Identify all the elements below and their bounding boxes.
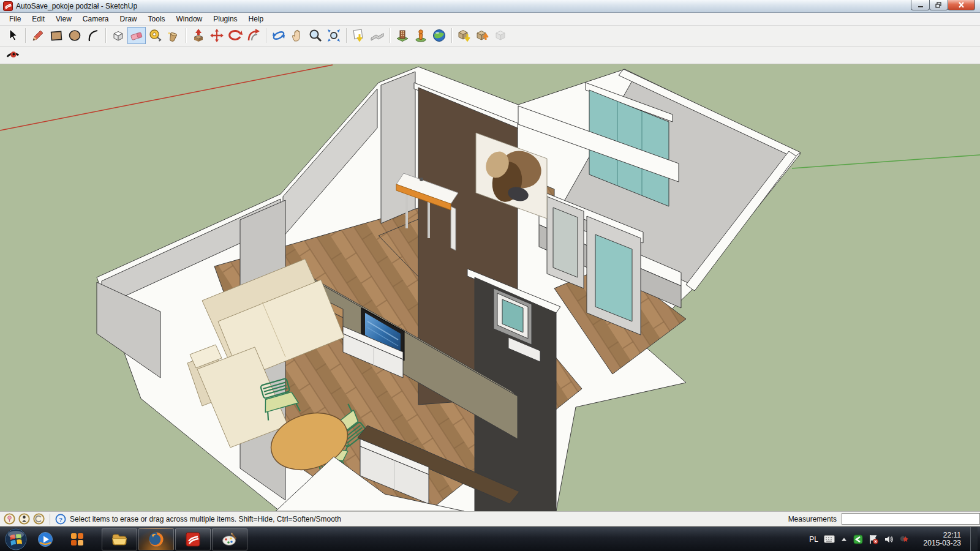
show-desktop-button[interactable] <box>970 527 978 551</box>
taskbar-office-button[interactable] <box>61 528 93 551</box>
keyboard-icon[interactable] <box>824 535 835 543</box>
clock[interactable]: 22:11 2015-03-23 <box>917 531 961 547</box>
toggle-terrain-icon <box>370 28 385 43</box>
status-bar: ? Select items to erase or drag across m… <box>0 511 980 527</box>
tool-rotate-button[interactable] <box>226 27 244 44</box>
menu-camera[interactable]: Camera <box>77 13 115 24</box>
tray-green-app-icon[interactable] <box>853 534 863 544</box>
tool-move-button[interactable] <box>208 27 226 44</box>
toolbar-separator <box>346 28 347 43</box>
get-models-icon <box>457 28 472 43</box>
folder-icon <box>111 531 128 548</box>
tool-photo-textures-button[interactable] <box>393 27 412 44</box>
measurements-input[interactable] <box>842 513 980 525</box>
google-earth-icon <box>432 28 447 43</box>
tool-share-component-button[interactable] <box>492 27 510 44</box>
plugin-toolbar <box>0 47 980 64</box>
sketchup-logo-icon <box>3 1 13 11</box>
toolbar-separator <box>105 28 106 43</box>
credits-status-icon[interactable] <box>33 513 45 525</box>
taskbar: PL 22:11 2015-03-23 <box>0 527 980 551</box>
tool-toggle-terrain-button[interactable] <box>368 27 386 44</box>
geolocation-status-icon[interactable] <box>4 513 15 525</box>
menu-bar: File Edit View Camera Draw Tools Window … <box>0 13 980 25</box>
tool-offset-button[interactable] <box>244 27 263 44</box>
taskbar-firefox-button[interactable] <box>138 528 174 550</box>
tool-push-pull-button[interactable] <box>189 27 208 44</box>
clock-date: 2015-03-23 <box>917 539 961 547</box>
taskbar-wmp-button[interactable] <box>29 528 61 551</box>
sketchup-taskbar-icon <box>184 531 202 548</box>
menu-help[interactable]: Help <box>243 13 270 24</box>
status-hint: Select items to erase or drag across mul… <box>70 515 341 523</box>
tool-orbit-button[interactable] <box>270 27 288 44</box>
menu-draw[interactable]: Draw <box>115 13 143 24</box>
taskbar-paint-button[interactable] <box>212 528 247 550</box>
tool-add-new-building-button[interactable] <box>412 27 430 44</box>
tool-make-component-button[interactable] <box>109 27 127 44</box>
tool-zoom-extents-button[interactable] <box>325 27 343 44</box>
tool-arc-button[interactable] <box>84 27 102 44</box>
tool-line-button[interactable] <box>29 27 47 44</box>
pan-hand-icon <box>290 28 304 43</box>
tool-rectangle-button[interactable] <box>47 27 66 44</box>
taskbar-explorer-button[interactable] <box>102 528 137 550</box>
tray-app-red-icon[interactable] <box>899 534 909 544</box>
select-icon <box>6 28 20 43</box>
restore-button[interactable] <box>929 0 948 10</box>
tool-paint-bucket-button[interactable] <box>164 27 183 44</box>
menu-edit[interactable]: Edit <box>26 13 50 24</box>
share-component-icon <box>494 28 508 43</box>
windows-media-player-icon <box>37 531 54 548</box>
menu-view[interactable]: View <box>50 13 77 24</box>
tool-tape-measure-button[interactable] <box>146 27 164 44</box>
share-model-icon <box>475 28 490 43</box>
menu-window[interactable]: Window <box>171 13 208 24</box>
make-component-icon <box>111 28 126 43</box>
help-icon[interactable]: ? <box>55 514 66 525</box>
minimize-button[interactable] <box>911 0 930 10</box>
back-wall[interactable] <box>381 72 415 223</box>
windows-start-icon <box>4 528 28 551</box>
window-title: AutoSave_pokoje podział - SketchUp <box>16 2 137 10</box>
menu-tools[interactable]: Tools <box>143 13 171 24</box>
photo-textures-icon <box>395 28 410 43</box>
taskbar-sketchup-button[interactable] <box>175 528 211 550</box>
menu-file[interactable]: File <box>4 13 26 24</box>
title-bar: AutoSave_pokoje podział - SketchUp <box>0 0 980 13</box>
close-button[interactable] <box>948 0 975 10</box>
tool-circle-button[interactable] <box>66 27 84 44</box>
menu-plugins[interactable]: Plugins <box>208 13 243 24</box>
tape-measure-icon <box>148 28 162 43</box>
model-canvas[interactable] <box>0 64 980 511</box>
tool-pan-button[interactable] <box>288 27 306 44</box>
tool-share-model-button[interactable] <box>473 27 492 44</box>
tool-select-button[interactable] <box>4 27 22 44</box>
rotate-icon <box>228 28 243 43</box>
toolbar-separator <box>186 28 186 43</box>
volume-icon[interactable] <box>884 534 894 544</box>
tool-preview-google-earth-button[interactable] <box>430 27 448 44</box>
tool-get-models-button[interactable] <box>455 27 473 44</box>
office-icon <box>69 531 86 548</box>
add-new-building-icon <box>413 28 428 43</box>
main-toolbar <box>0 26 980 47</box>
language-indicator[interactable]: PL <box>809 535 818 544</box>
hidden-icons-chevron[interactable] <box>840 536 848 542</box>
arc-icon <box>86 28 100 43</box>
zoom-icon <box>308 28 323 43</box>
eraser-icon <box>129 28 144 43</box>
plugin-eye-button[interactable] <box>4 47 22 64</box>
tool-eraser-button[interactable] <box>127 27 146 44</box>
attribution-status-icon[interactable] <box>18 513 30 525</box>
paint-bucket-icon <box>166 28 181 43</box>
firefox-icon <box>148 531 165 548</box>
action-center-flag-icon[interactable] <box>869 534 878 544</box>
push-pull-icon <box>191 28 206 43</box>
viewport-3d[interactable] <box>0 64 980 511</box>
tool-zoom-button[interactable] <box>306 27 325 44</box>
rectangle-icon <box>49 28 64 43</box>
tool-get-current-view-button[interactable] <box>350 27 368 44</box>
start-button[interactable] <box>2 528 29 551</box>
line-pencil-icon <box>31 28 45 43</box>
